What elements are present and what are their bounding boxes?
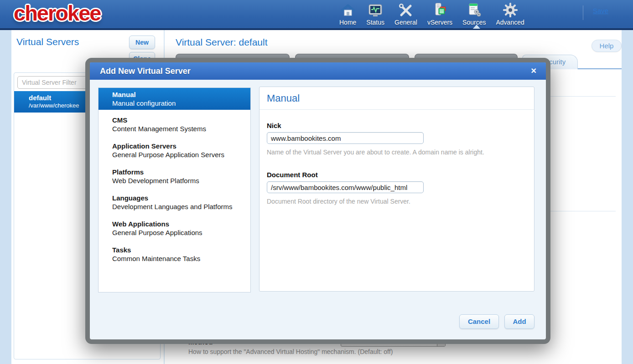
wizard-item-web-applications[interactable]: Web Applications General Purpose Applica…: [99, 217, 250, 239]
document-root-input[interactable]: [267, 181, 424, 193]
document-root-field-group: Document Root Document Root directory of…: [267, 171, 527, 205]
wizard-item-languages[interactable]: Languages Development Languages and Plat…: [99, 191, 250, 213]
wizard-item-tasks[interactable]: Tasks Common Maintenance Tasks: [99, 243, 250, 265]
add-virtual-server-dialog: Add New Virtual Server ✕ Manual Manual c…: [85, 58, 550, 344]
app-header: cherokee Home Status General: [0, 0, 633, 30]
nick-help-text: Name of the Virtual Server you are about…: [267, 149, 527, 156]
cherokee-logo[interactable]: cherokee: [14, 0, 100, 26]
method-help-text: How to support the "Advanced Virtual Hos…: [188, 348, 393, 355]
wizard-item-cms[interactable]: CMS Content Management Systems: [99, 113, 250, 135]
cancel-button[interactable]: Cancel: [459, 314, 499, 329]
help-button[interactable]: Help: [591, 40, 622, 52]
wizard-item-application-servers[interactable]: Application Servers General Purpose Appl…: [99, 139, 250, 161]
nav-label: Home: [339, 19, 356, 26]
status-icon: [367, 2, 384, 18]
vservers-icon: [431, 2, 448, 18]
nav-item-advanced[interactable]: Advanced: [496, 2, 524, 26]
home-icon: [340, 2, 356, 18]
nav-item-general[interactable]: General: [394, 2, 417, 26]
dialog-title: Add New Virtual Server: [90, 62, 546, 80]
close-icon[interactable]: ✕: [531, 62, 537, 80]
wizard-category-list: Manual Manual configuration CMS Content …: [98, 87, 251, 292]
nav-label: General: [394, 19, 417, 26]
nav-item-vservers[interactable]: vServers: [427, 2, 452, 26]
nav-label: Advanced: [496, 19, 524, 26]
nick-input[interactable]: [267, 132, 424, 144]
nick-field-group: Nick Name of the Virtual Server you are …: [267, 122, 527, 156]
nav-label: vServers: [427, 19, 452, 26]
page-title: Virtual Server: default: [176, 37, 268, 48]
manual-config-panel: Manual Nick Name of the Virtual Server y…: [259, 87, 534, 292]
add-button[interactable]: Add: [504, 314, 534, 329]
app-root: cherokee Home Status General: [0, 0, 633, 364]
save-link[interactable]: Save: [593, 7, 608, 15]
header-divider: [583, 5, 583, 20]
sidebar-title: Virtual Servers: [16, 36, 79, 47]
new-virtual-server-button[interactable]: New: [129, 36, 155, 49]
advanced-icon: [503, 2, 518, 18]
nav-item-sources[interactable]: Sources: [462, 2, 486, 26]
wizard-item-manual[interactable]: Manual Manual configuration: [99, 88, 250, 110]
active-nav-notch: [473, 25, 480, 29]
document-root-label: Document Root: [267, 171, 527, 179]
nav-item-home[interactable]: Home: [339, 2, 356, 26]
wizard-item-platforms[interactable]: Platforms Web Development Platforms: [99, 165, 250, 187]
panel-body: Nick Name of the Virtual Server you are …: [259, 110, 534, 232]
sources-icon: [467, 2, 482, 18]
document-root-help-text: Document Root directory of the new Virtu…: [267, 198, 527, 205]
nick-label: Nick: [267, 122, 527, 129]
nav-label: Status: [366, 19, 384, 26]
nav-item-status[interactable]: Status: [366, 2, 384, 26]
general-icon: [398, 2, 414, 18]
main-nav: Home Status General vServers: [339, 2, 524, 26]
panel-title: Manual: [259, 87, 534, 110]
dialog-titlebar: Add New Virtual Server ✕: [90, 62, 546, 80]
